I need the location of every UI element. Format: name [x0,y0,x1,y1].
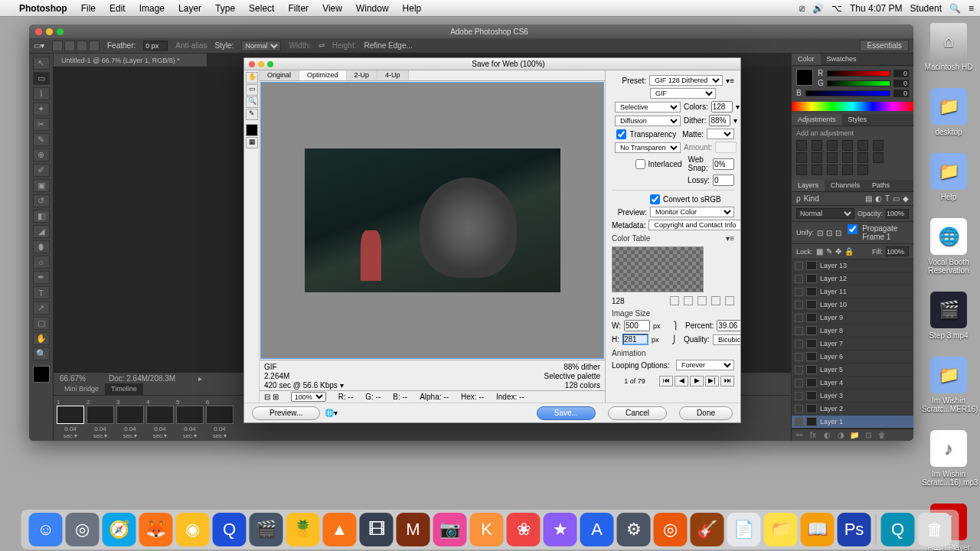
done-button[interactable]: Done [679,406,733,420]
transparency-checkbox[interactable] [616,129,626,139]
preview-select[interactable]: Monitor Color [650,207,734,217]
layer-thumbnail[interactable] [806,378,817,387]
layer-thumbnail[interactable] [806,339,817,348]
lock-icon[interactable]: 🔒 [844,247,854,256]
desktop-item[interactable]: ⌂Macintosh HD [922,23,975,71]
layer-row[interactable]: Layer 8 [792,324,913,337]
layer-row[interactable]: Layer 12 [792,272,913,285]
hand-tool[interactable]: ✋ [33,332,50,345]
layer-thumbnail[interactable] [806,313,817,322]
adj-icon[interactable] [842,140,853,151]
timeline-frame[interactable]: 20.04 sec.▾ [87,399,114,439]
dock-app[interactable]: ⚙ [617,513,651,546]
adj-icon[interactable] [796,152,807,163]
visibility-icon[interactable] [795,405,803,413]
refine-edge-button[interactable]: Refine Edge... [364,41,412,50]
layer-row[interactable]: Layer 10 [792,298,913,311]
timeline-frame[interactable]: 60.04 sec.▾ [206,399,234,439]
menu-image[interactable]: Image [132,3,172,14]
quality-select[interactable]: Bicubic [713,334,740,345]
document-tab[interactable]: Untitled-1 @ 66.7% (Layer 1, RGB/8) * [54,54,207,67]
adj-icon[interactable] [842,165,853,175]
visibility-icon[interactable] [795,418,803,426]
notifications-icon[interactable]: ≡ [969,3,974,14]
layer-thumbnail[interactable] [806,274,817,283]
preview-button[interactable]: Preview... [252,406,320,420]
tab-4up[interactable]: 4-Up [377,70,409,80]
mask-icon[interactable]: ◐ [822,431,831,440]
next-frame-button[interactable]: ▶| [705,376,719,386]
status-arrow-icon[interactable]: ▸ [198,374,202,383]
ct-menu-icon[interactable]: ▾≡ [726,234,734,243]
menu-edit[interactable]: Edit [103,3,132,14]
fill-input[interactable] [886,246,909,256]
filter-icon[interactable]: T [885,194,890,203]
tab-2up[interactable]: 2-Up [347,70,378,80]
sel-add-icon[interactable] [64,41,75,51]
b-slider[interactable] [805,90,890,96]
sfw-zoom-select[interactable]: 100% [291,392,326,402]
menu-help[interactable]: Help [396,3,429,14]
stamp-tool[interactable]: ▣ [33,179,50,192]
zoom-button[interactable] [57,28,64,35]
dock-app[interactable]: A [580,513,614,546]
dock-app[interactable]: 🎞 [360,513,394,546]
timeline-frame[interactable]: 30.04 sec.▾ [116,399,144,439]
dock-app[interactable]: ◎ [66,513,100,546]
layer-row[interactable]: Layer 3 [792,390,913,403]
dither-method-select[interactable]: Diffusion [615,116,681,126]
sfw-preview-canvas[interactable] [260,82,604,359]
layer-thumbnail[interactable] [806,404,817,413]
browser-preview-icon[interactable]: 🌐▾ [325,409,338,417]
zoom-status[interactable]: 66.67% [60,374,86,383]
dock-app[interactable]: 📁 [764,513,798,546]
adj-icon[interactable] [858,152,868,163]
adj-icon[interactable] [873,140,884,151]
layer-row[interactable]: Layer 2 [792,403,913,416]
desktop-item[interactable]: 🎬Step 3.mp4 [922,292,975,340]
filter-icon[interactable]: ◐ [875,194,882,203]
srgb-checkbox[interactable] [650,194,660,204]
new-layer-icon[interactable]: ⊡ [864,431,873,440]
adj-icon[interactable] [842,152,853,163]
layer-row[interactable]: Layer 4 [792,377,913,390]
dither-input[interactable] [709,115,730,126]
desktop-item[interactable]: 📁Help [922,153,975,201]
tool-preset-icon[interactable]: ▭▾ [34,41,44,50]
layer-row[interactable]: Layer 6 [792,350,913,364]
sel-int-icon[interactable] [89,41,100,51]
layer-thumbnail[interactable] [806,417,817,426]
zoom-button[interactable] [267,61,273,67]
zoom-tool[interactable]: 🔍 [246,96,258,108]
dodge-tool[interactable]: ○ [33,256,50,269]
ct-delete-icon[interactable] [725,296,734,305]
menu-type[interactable]: Type [208,3,242,14]
spotlight-icon[interactable]: 🔍 [949,3,961,14]
websnap-input[interactable] [713,158,734,170]
dock-app[interactable]: ☺ [29,513,63,546]
dock-app[interactable]: 📄 [727,513,761,546]
blur-tool[interactable]: ⬮ [33,240,50,253]
eraser-tool[interactable]: ◧ [33,210,50,223]
path-tool[interactable]: ↗ [33,302,50,315]
unify-icon[interactable]: ⊡ [817,229,823,237]
menu-select[interactable]: Select [242,3,281,14]
sel-sub-icon[interactable] [77,41,87,51]
visibility-icon[interactable] [795,353,803,361]
dock-app[interactable]: Ps [838,513,871,546]
heal-tool[interactable]: ⊕ [33,148,50,161]
adj-icon[interactable] [827,152,838,163]
unify-icon[interactable]: ⊡ [826,229,832,237]
adjustment-layer-icon[interactable]: ◑ [836,431,845,440]
cancel-button[interactable]: Cancel [608,406,667,420]
matte-select[interactable] [707,129,734,139]
link-layers-icon[interactable]: ⚯ [795,431,804,440]
tab-layers[interactable]: Layers [792,180,825,191]
pen-tool[interactable]: ✒ [33,271,50,284]
clock[interactable]: Thu 4:07 PM [850,3,903,14]
slice-visibility-tool[interactable]: ▦ [246,137,258,148]
timeline-frame[interactable]: 10.04 sec.▾ [57,399,84,439]
percent-input[interactable] [717,320,740,331]
color-swatch[interactable] [33,366,50,383]
dock-app[interactable]: 🧭 [103,513,136,546]
